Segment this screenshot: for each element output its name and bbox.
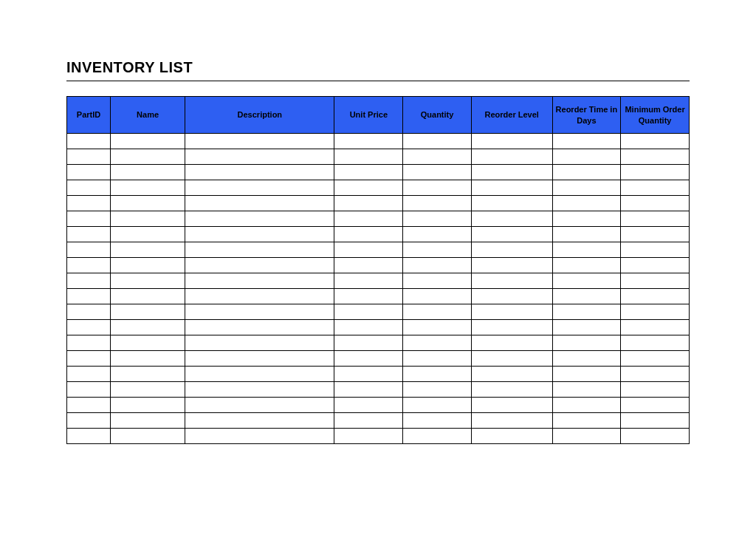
table-cell[interactable] [67,304,111,320]
table-cell[interactable] [185,335,334,351]
table-cell[interactable] [621,242,690,258]
table-cell[interactable] [185,429,334,444]
table-cell[interactable] [111,211,185,227]
table-cell[interactable] [67,149,111,165]
table-cell[interactable] [621,398,690,413]
table-cell[interactable] [471,211,552,227]
table-cell[interactable] [621,429,690,444]
table-cell[interactable] [334,211,403,227]
table-cell[interactable] [552,335,621,351]
table-cell[interactable] [471,196,552,211]
table-cell[interactable] [403,335,472,351]
table-cell[interactable] [185,211,334,227]
table-cell[interactable] [552,289,621,304]
table-cell[interactable] [621,382,690,398]
table-cell[interactable] [67,429,111,444]
table-cell[interactable] [403,273,472,289]
table-cell[interactable] [471,413,552,429]
table-cell[interactable] [471,242,552,258]
table-cell[interactable] [67,413,111,429]
table-cell[interactable] [403,227,472,242]
table-cell[interactable] [111,180,185,196]
table-cell[interactable] [471,398,552,413]
table-cell[interactable] [334,367,403,382]
table-cell[interactable] [552,258,621,273]
table-cell[interactable] [67,351,111,367]
table-cell[interactable] [552,227,621,242]
table-cell[interactable] [185,367,334,382]
table-cell[interactable] [334,273,403,289]
table-cell[interactable] [471,429,552,444]
table-cell[interactable] [471,289,552,304]
table-cell[interactable] [403,351,472,367]
table-cell[interactable] [621,134,690,149]
table-cell[interactable] [552,382,621,398]
table-cell[interactable] [334,180,403,196]
table-cell[interactable] [334,134,403,149]
table-cell[interactable] [334,242,403,258]
table-cell[interactable] [67,382,111,398]
table-cell[interactable] [471,367,552,382]
table-cell[interactable] [403,180,472,196]
table-cell[interactable] [185,273,334,289]
table-cell[interactable] [471,258,552,273]
table-cell[interactable] [552,429,621,444]
table-cell[interactable] [185,320,334,335]
table-cell[interactable] [67,335,111,351]
table-cell[interactable] [403,165,472,180]
table-cell[interactable] [552,398,621,413]
table-cell[interactable] [403,304,472,320]
table-cell[interactable] [111,398,185,413]
table-cell[interactable] [621,304,690,320]
table-cell[interactable] [334,258,403,273]
table-cell[interactable] [621,351,690,367]
table-cell[interactable] [552,211,621,227]
table-cell[interactable] [621,367,690,382]
table-cell[interactable] [471,134,552,149]
table-cell[interactable] [67,242,111,258]
table-cell[interactable] [552,351,621,367]
table-cell[interactable] [334,227,403,242]
table-cell[interactable] [111,320,185,335]
table-cell[interactable] [621,196,690,211]
table-cell[interactable] [621,335,690,351]
table-cell[interactable] [67,258,111,273]
table-cell[interactable] [552,180,621,196]
table-cell[interactable] [334,351,403,367]
table-cell[interactable] [334,398,403,413]
table-cell[interactable] [471,180,552,196]
table-cell[interactable] [334,429,403,444]
table-cell[interactable] [185,351,334,367]
table-cell[interactable] [471,351,552,367]
table-cell[interactable] [552,273,621,289]
table-cell[interactable] [67,165,111,180]
table-cell[interactable] [111,149,185,165]
table-cell[interactable] [111,367,185,382]
table-cell[interactable] [334,304,403,320]
table-cell[interactable] [403,413,472,429]
table-cell[interactable] [552,165,621,180]
table-cell[interactable] [111,304,185,320]
table-cell[interactable] [334,382,403,398]
table-cell[interactable] [552,134,621,149]
table-cell[interactable] [552,367,621,382]
table-cell[interactable] [111,227,185,242]
table-cell[interactable] [621,273,690,289]
table-cell[interactable] [403,134,472,149]
table-cell[interactable] [552,413,621,429]
table-cell[interactable] [67,320,111,335]
table-cell[interactable] [334,289,403,304]
table-cell[interactable] [111,351,185,367]
table-cell[interactable] [471,320,552,335]
table-cell[interactable] [403,258,472,273]
table-cell[interactable] [552,304,621,320]
table-cell[interactable] [334,335,403,351]
table-cell[interactable] [185,289,334,304]
table-cell[interactable] [67,367,111,382]
table-cell[interactable] [111,335,185,351]
table-cell[interactable] [334,320,403,335]
table-cell[interactable] [471,227,552,242]
table-cell[interactable] [185,149,334,165]
table-cell[interactable] [403,429,472,444]
table-cell[interactable] [621,320,690,335]
